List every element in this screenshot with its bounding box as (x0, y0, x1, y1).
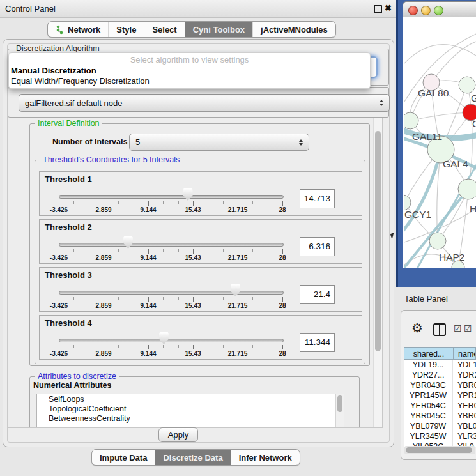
scrollbar-thumb[interactable] (337, 395, 342, 412)
slider-handle[interactable] (183, 188, 193, 201)
table-cell[interactable]: YER054C (404, 401, 453, 411)
node-ga[interactable] (459, 77, 475, 93)
node-gal11[interactable] (404, 112, 418, 129)
settings-vertical-scrollbar[interactable] (373, 118, 382, 427)
table-row[interactable]: YDL19...YDL1 (404, 360, 476, 370)
scale-label: 2.859 (83, 254, 124, 261)
threshold-label: Threshold 1 (45, 174, 92, 184)
table-row[interactable]: YPR145WYPR1 (404, 390, 476, 401)
slider-track[interactable] (59, 339, 284, 342)
list-item[interactable]: BetweennessCentrality (37, 414, 344, 424)
gear-icon[interactable]: ⚙ (411, 320, 423, 335)
node-gcy1[interactable] (404, 195, 411, 210)
table-cell[interactable]: YPR1 (453, 390, 476, 401)
tab-network[interactable]: Network (48, 22, 108, 37)
slider-track[interactable] (59, 243, 284, 247)
tick-mark (193, 297, 194, 302)
threshold-value-field[interactable]: 11.344 (300, 333, 335, 352)
list-item[interactable]: SelfLoops (37, 395, 344, 404)
apply-button[interactable]: Apply (158, 427, 198, 442)
node-ha[interactable] (458, 179, 476, 199)
tab-style[interactable]: Style (108, 22, 144, 37)
scale-label: 15.43 (173, 206, 213, 213)
tick-mark (148, 297, 149, 302)
slider-handle[interactable] (123, 236, 133, 249)
zoom-traffic-light-icon[interactable] (434, 6, 443, 15)
threshold-rows: Threshold 1-3.4262.8599.14415.4321.71528… (35, 160, 365, 364)
table-row[interactable]: YLR345WYLR3 (404, 431, 476, 441)
table-cell[interactable]: YDR2 (453, 370, 476, 380)
table-row[interactable]: YER054CYER0 (404, 401, 476, 411)
table-cell[interactable]: YER0 (453, 401, 476, 411)
table-data-combobox[interactable]: galFiltered.sif default node (19, 94, 390, 112)
table-row[interactable]: YBL079WYBL0 (404, 421, 476, 431)
table-row[interactable]: YBR045CYBR0 (404, 411, 476, 421)
scrollbar-thumb[interactable] (406, 447, 472, 453)
slider-track[interactable] (59, 291, 284, 295)
scrollbar-thumb[interactable] (375, 131, 381, 351)
panel-title: Control Panel (5, 4, 56, 13)
close-icon[interactable]: ✖ (385, 3, 392, 13)
list-item[interactable]: TopologicalCoefficient (37, 404, 344, 414)
slider-track[interactable] (59, 195, 284, 199)
tab-label: Discretize Data (163, 453, 222, 463)
table-cell[interactable]: YBR045C (404, 411, 453, 421)
table-panel-title: Table Panel (404, 294, 448, 303)
close-traffic-light-icon[interactable] (408, 6, 418, 15)
column-header-shared-[interactable]: shared... (404, 347, 454, 360)
tab-cyni-toolbox[interactable]: Cyni Toolbox (185, 22, 252, 37)
checkbox-icon[interactable]: ☑ (464, 323, 472, 334)
slider-handle[interactable] (231, 284, 240, 296)
tick-mark (163, 297, 164, 300)
table-cell[interactable]: YBL0 (453, 421, 476, 431)
tick-mark (238, 297, 238, 302)
minimize-traffic-light-icon[interactable] (421, 6, 431, 15)
table-cell[interactable]: YBR0 (453, 380, 476, 390)
table-row[interactable]: YDR27...YDR2 (404, 370, 476, 380)
spinner-arrows-icon[interactable] (380, 100, 383, 106)
number-of-intervals-combobox[interactable]: 5 (129, 134, 309, 151)
tab-discretize-data[interactable]: Discretize Data (155, 450, 230, 465)
list-scrollbar[interactable] (335, 394, 344, 428)
table-cell[interactable]: YDL1 (453, 360, 476, 370)
threshold-value-field[interactable]: 14.713 (300, 189, 335, 208)
table-horizontal-scrollbar[interactable] (404, 446, 475, 454)
network-canvas[interactable]: GAL80GACYGAL11GAL4GCY1HAHAP2 (403, 17, 476, 268)
tab-impute-data[interactable]: Impute Data (92, 450, 155, 465)
column-header-name[interactable]: name (454, 347, 476, 360)
table-cell[interactable]: YDL19... (404, 360, 453, 370)
menu-item-manual-discretization[interactable]: Manual Discretization (11, 66, 96, 75)
threshold-value-field[interactable]: 6.316 (300, 237, 335, 256)
spinner-arrows-icon[interactable] (299, 139, 303, 146)
tab-label: Select (152, 25, 176, 35)
table-cell[interactable]: YLR3 (453, 431, 476, 441)
menu-item-equal-width-frequency[interactable]: Equal Width/Frequency Discretization (11, 76, 150, 86)
threshold-value-field[interactable]: 21.4 (300, 285, 335, 304)
tick-mark (118, 249, 119, 252)
tick-mark (252, 249, 253, 252)
float-window-icon[interactable] (374, 5, 382, 13)
tab-select[interactable]: Select (144, 22, 184, 37)
scale-label: -3.426 (38, 302, 79, 309)
numeric-attr-list[interactable]: SelfLoopsTopologicalCoefficientBetweenne… (36, 394, 344, 428)
table-cell[interactable]: YBR043C (404, 380, 453, 390)
node-hap2[interactable] (429, 233, 446, 249)
table-cell[interactable]: YPR145W (404, 390, 453, 401)
threshold-row: Threshold 3-3.4262.8599.14415.4321.71528… (39, 267, 362, 312)
slider-handle[interactable] (159, 332, 169, 344)
tick-mark (208, 201, 208, 204)
combobox-value: 5 (135, 137, 299, 147)
table-cell[interactable]: YBL079W (404, 421, 453, 431)
tab-infer-network[interactable]: Infer Network (231, 450, 300, 465)
threshold-label: Threshold 4 (45, 318, 92, 328)
table-row[interactable]: YBR043CYBR0 (404, 380, 476, 390)
table-cell[interactable]: YLR345W (404, 431, 453, 441)
threshold-row: Threshold 1-3.4262.8599.14415.4321.71528… (39, 171, 362, 216)
split-columns-icon[interactable] (433, 323, 446, 336)
checkbox-icon[interactable]: ☑ (454, 323, 462, 334)
table-cell[interactable]: YDR27... (404, 370, 453, 380)
table-cell[interactable]: YBR0 (453, 411, 476, 421)
tab-jactivemnodules[interactable]: jActiveMNodules (252, 22, 335, 37)
tab-label: Infer Network (239, 453, 292, 463)
network-window-titlebar[interactable] (403, 1, 476, 18)
